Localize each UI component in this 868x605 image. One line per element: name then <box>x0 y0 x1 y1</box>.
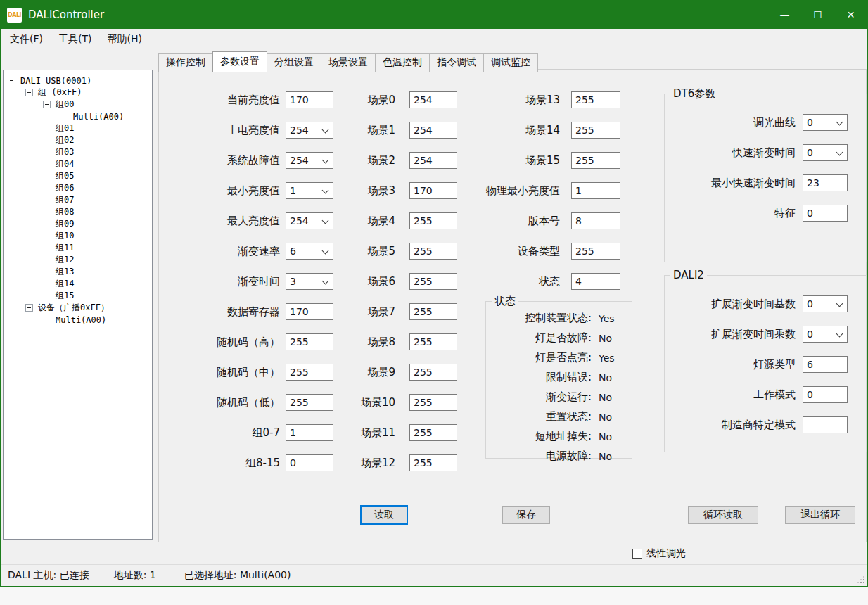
param-label: 快速渐变时间 <box>665 146 803 160</box>
param-input[interactable]: 254 <box>286 152 333 169</box>
tree-item-label: Multi(A00) <box>73 112 124 122</box>
param-input[interactable]: 0 <box>803 326 848 343</box>
tree-item[interactable]: 组03 <box>4 146 152 158</box>
tree-item[interactable]: 组02 <box>4 134 152 146</box>
tree-collapse-icon[interactable] <box>8 77 15 84</box>
param-input[interactable]: 8 <box>571 212 620 229</box>
scene-input[interactable]: 255 <box>409 273 457 290</box>
scene-input[interactable]: 255 <box>409 364 457 381</box>
maximize-icon[interactable]: ☐ <box>801 1 834 29</box>
tab[interactable]: 参数设置 <box>212 51 267 72</box>
tab[interactable]: 指令调试 <box>429 53 484 72</box>
tree-item[interactable]: 组01 <box>4 122 152 134</box>
param-input[interactable]: 0 <box>803 144 848 161</box>
tree-item[interactable]: 组10 <box>4 230 152 242</box>
param-input[interactable]: 255 <box>571 91 620 108</box>
tree-item-label: 组04 <box>56 158 74 170</box>
status-value: Yes <box>599 313 615 324</box>
param-input[interactable]: 254 <box>286 122 333 139</box>
param-input[interactable]: 255 <box>286 333 333 350</box>
tab[interactable]: 色温控制 <box>375 53 430 72</box>
tab[interactable]: 场景设置 <box>321 53 376 72</box>
dali2-groupbox: DALI2 扩展渐变时间基数 0 扩展渐变时间乘数 0 灯源类型 <box>664 275 867 452</box>
scene-input[interactable]: 254 <box>409 152 457 169</box>
param-input[interactable]: 0 <box>803 295 848 312</box>
resize-grip[interactable] <box>856 575 864 583</box>
scene-input[interactable]: 255 <box>409 394 457 411</box>
tree-collapse-icon[interactable] <box>25 304 33 312</box>
param-label: 制造商特定模式 <box>665 419 803 432</box>
scene-input[interactable]: 255 <box>409 243 457 260</box>
save-button[interactable]: 保存 <box>502 506 550 524</box>
param-input[interactable]: 6 <box>803 356 848 373</box>
tab[interactable]: 调试监控 <box>483 53 538 72</box>
menu-item[interactable]: 工具(T) <box>51 30 99 49</box>
tree-item[interactable]: 组 (0xFF) <box>4 87 152 98</box>
scene-input[interactable]: 254 <box>409 122 457 139</box>
scene-input[interactable]: 170 <box>409 182 457 199</box>
param-row: 随机码（中） 255 <box>162 364 333 381</box>
loop-read-button[interactable]: 循环读取 <box>688 506 758 524</box>
tree-item[interactable]: DALI USB(0001) <box>4 75 152 87</box>
param-input[interactable]: 23 <box>803 174 848 191</box>
tree-collapse-icon[interactable] <box>25 89 33 96</box>
tree-collapse-icon[interactable] <box>43 101 51 108</box>
param-input[interactable]: 3 <box>286 273 333 290</box>
minimize-icon[interactable]: — <box>768 1 801 29</box>
scene-input[interactable]: 255 <box>409 212 457 229</box>
param-input[interactable]: 0 <box>803 386 848 403</box>
dt6-groupbox: DT6参数 调光曲线 0 快速渐变时间 0 最小快速渐变时间 2 <box>664 94 867 262</box>
param-input[interactable]: 255 <box>571 152 620 169</box>
param-input[interactable]: 1 <box>286 182 333 199</box>
read-button[interactable]: 读取 <box>360 505 408 525</box>
scene-input[interactable]: 255 <box>409 424 457 441</box>
tree-item[interactable]: 组00 <box>4 98 152 110</box>
param-input[interactable]: 254 <box>286 212 333 229</box>
menu-item[interactable]: 文件(F) <box>2 30 51 49</box>
tab[interactable]: 分组设置 <box>267 53 321 72</box>
status-label: 限制错误: <box>486 371 592 384</box>
param-input[interactable]: 170 <box>286 91 333 108</box>
exit-loop-button[interactable]: 退出循环 <box>785 506 855 524</box>
param-input[interactable]: 1 <box>286 424 333 441</box>
checkbox-icon[interactable] <box>632 549 642 559</box>
tree-item[interactable]: 组15 <box>4 290 152 302</box>
tree-item[interactable]: 组08 <box>4 206 152 218</box>
tree-item[interactable]: 组07 <box>4 194 152 206</box>
param-input[interactable]: 0 <box>803 205 848 222</box>
param-input[interactable] <box>803 416 848 433</box>
param-input[interactable]: 255 <box>571 243 620 260</box>
tree-item[interactable]: 组06 <box>4 182 152 194</box>
tree-item[interactable]: 组12 <box>4 254 152 266</box>
status-label: 控制装置状态: <box>486 312 592 325</box>
scene-input[interactable]: 255 <box>409 303 457 320</box>
param-input[interactable]: 1 <box>571 182 620 199</box>
param-input[interactable]: 0 <box>286 454 333 471</box>
tree-item[interactable]: 组13 <box>4 266 152 278</box>
statusbar-selected-address: 已选择地址: Multi(A00) <box>184 569 291 582</box>
tree-item[interactable]: 设备（广播0xFF） <box>4 302 152 314</box>
param-input[interactable]: 170 <box>286 303 333 320</box>
tree-item[interactable]: 组11 <box>4 242 152 254</box>
tree-item[interactable]: Multi(A00) <box>4 314 152 326</box>
param-input[interactable]: 0 <box>803 114 848 131</box>
tree-item-label: Multi(A00) <box>56 315 106 325</box>
param-input[interactable]: 4 <box>571 273 620 290</box>
tree-item[interactable]: 组04 <box>4 158 152 170</box>
close-icon[interactable]: ✕ <box>834 1 867 29</box>
tab[interactable]: 操作控制 <box>158 53 213 72</box>
scene-input[interactable]: 255 <box>409 333 457 350</box>
menu-item[interactable]: 帮助(H) <box>99 30 149 49</box>
param-input[interactable]: 255 <box>286 394 333 411</box>
param-input[interactable]: 6 <box>286 243 333 260</box>
scene-input[interactable]: 255 <box>409 454 457 471</box>
tree-item[interactable]: Multi(A00) <box>4 110 152 122</box>
linear-dimming-checkbox[interactable]: 线性调光 <box>632 547 686 560</box>
scene-input[interactable]: 254 <box>409 91 457 108</box>
tree-item[interactable]: 组05 <box>4 170 152 182</box>
param-input[interactable]: 255 <box>286 364 333 381</box>
tree-item[interactable]: 组14 <box>4 278 152 290</box>
scene-row: 场景6 255 <box>349 273 457 290</box>
param-input[interactable]: 255 <box>571 122 620 139</box>
tree-item[interactable]: 组09 <box>4 218 152 230</box>
